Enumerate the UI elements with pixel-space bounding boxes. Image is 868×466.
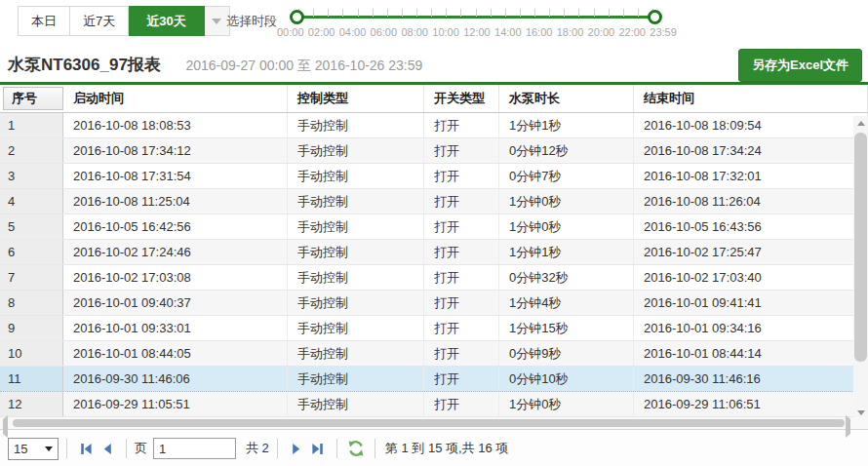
slider-tick-label: 02:00 [308, 26, 335, 38]
table-cell: 1分钟1秒 [499, 240, 634, 264]
table-cell: 手动控制 [288, 291, 424, 315]
table-row[interactable]: 72016-10-02 17:03:08手动控制打开0分钟32秒2016-10-… [0, 265, 868, 291]
table-row[interactable]: 62016-10-02 17:24:46手动控制打开1分钟1秒2016-10-0… [0, 240, 868, 265]
slider-tick-label: 23:59 [650, 26, 677, 38]
range-button-2[interactable]: 近30天 [129, 6, 204, 36]
table-cell: 打开 [424, 164, 499, 188]
slider-tick [342, 9, 343, 17]
column-header-5[interactable]: 结束时间 [634, 85, 868, 112]
scroll-left-icon[interactable] [3, 419, 8, 434]
table-cell: 2016-10-01 09:41:41 [634, 291, 868, 315]
slider-tick [564, 9, 565, 17]
table-cell: 2016-10-05 16:43:56 [634, 214, 868, 239]
page-number-input[interactable] [153, 438, 236, 459]
slider-tick-label: 16:00 [526, 26, 553, 38]
first-page-icon[interactable] [75, 438, 97, 459]
table-cell: 打开 [424, 189, 499, 214]
slider-tick-label: 08:00 [401, 26, 428, 38]
table-cell: 2016-09-30 11:46:06 [63, 367, 288, 391]
table-row[interactable]: 22016-10-08 17:34:12手动控制打开0分钟12秒2016-10-… [0, 138, 868, 164]
export-excel-button[interactable]: 另存为Excel文件 [738, 49, 862, 82]
slider-handle-end[interactable] [648, 10, 662, 24]
table-cell: 打开 [424, 240, 499, 264]
slider-tick-label: 18:00 [557, 26, 584, 38]
table-cell: 9 [0, 316, 63, 340]
table-row[interactable]: 92016-10-01 09:33:01手动控制打开1分钟15秒2016-10-… [0, 316, 868, 341]
table-cell: 2016-10-08 18:08:53 [63, 113, 288, 137]
report-header: 水泵NT6306_97报表 2016-09-27 00:00 至 2016-10… [0, 45, 868, 82]
table-row[interactable]: 12016-10-08 18:08:53手动控制打开1分钟1秒2016-10-0… [0, 113, 868, 138]
table-cell: 手动控制 [288, 113, 424, 137]
table-cell: 打开 [424, 113, 499, 137]
slider-handle-start[interactable] [290, 10, 304, 24]
table-cell: 12 [0, 392, 63, 416]
slider-tick-label: 20:00 [588, 26, 615, 38]
column-header-2[interactable]: 控制类型 [288, 85, 424, 112]
slider-tick-label: 06:00 [371, 26, 398, 38]
table-cell: 1分钟0秒 [499, 392, 634, 416]
table-cell: 3 [0, 164, 63, 188]
last-page-icon[interactable] [307, 438, 329, 459]
scroll-right-icon[interactable] [846, 419, 850, 434]
table-cell: 1分钟4秒 [499, 291, 634, 315]
table-cell: 手动控制 [288, 265, 424, 290]
vertical-scrollbar[interactable] [853, 116, 868, 420]
table-cell: 打开 [424, 392, 499, 416]
column-header-1[interactable]: 启动时间 [63, 85, 288, 112]
next-page-icon[interactable] [286, 438, 307, 459]
range-button-0[interactable]: 本日 [18, 6, 70, 36]
table-cell: 8 [0, 291, 63, 315]
table-row[interactable]: 82016-10-01 09:40:37手动控制打开1分钟4秒2016-10-0… [0, 291, 868, 316]
slider-tick [416, 9, 417, 17]
divider [126, 439, 127, 458]
table-row[interactable]: 42016-10-08 11:25:04手动控制打开1分钟0秒2016-10-0… [0, 189, 868, 214]
slider-tick [623, 9, 624, 17]
table-cell: 1分钟1秒 [499, 113, 634, 137]
refresh-icon[interactable] [345, 438, 367, 459]
horizontal-scrollbar-thumb[interactable] [13, 419, 845, 427]
slider-tick [431, 9, 432, 17]
table-cell: 打开 [424, 367, 499, 391]
table-cell: 1分钟0秒 [499, 189, 634, 214]
range-button-1[interactable]: 近7天 [70, 6, 129, 36]
slider-tick-label: 10:00 [432, 26, 459, 38]
table-row[interactable]: 122016-09-29 11:05:51手动控制打开1分钟0秒2016-09-… [0, 392, 868, 417]
table-cell: 2016-10-08 17:34:12 [63, 138, 288, 163]
slider-tick [460, 9, 461, 17]
vertical-scrollbar-thumb[interactable] [854, 133, 867, 362]
prev-page-icon[interactable] [97, 438, 118, 459]
table-row[interactable]: 32016-10-08 17:31:54手动控制打开0分钟7秒2016-10-0… [0, 164, 868, 189]
table-cell: 2016-10-01 08:44:05 [63, 341, 288, 366]
table-cell: 手动控制 [288, 316, 424, 340]
scroll-up-icon[interactable] [853, 116, 868, 131]
table-cell: 2016-09-29 11:05:51 [63, 392, 288, 416]
report-date-range: 2016-09-27 00:00 至 2016-10-26 23:59 [185, 58, 422, 73]
total-pages-label: 共 2 [246, 440, 269, 457]
slider-tick-labels: 00:0002:0004:0006:0008:0010:0012:0014:00… [277, 26, 677, 38]
table-cell: 打开 [424, 214, 499, 239]
slider-tick-label: 12:00 [463, 26, 491, 38]
time-range-slider: 00:0002:0004:0006:0008:0010:0012:0014:00… [290, 0, 662, 45]
table-cell: 2016-09-29 11:06:51 [634, 392, 868, 416]
page-size-select[interactable]: 15 [8, 438, 59, 460]
date-range-button-group: 本日近7天近30天 [18, 6, 230, 36]
slider-tick [387, 9, 388, 17]
slider-tick-label: 22:00 [618, 26, 646, 38]
table-cell: 2 [0, 138, 63, 163]
table-cell: 1分钟15秒 [499, 316, 634, 340]
table-cell: 2016-10-02 17:03:08 [63, 265, 288, 290]
slider-tick [549, 9, 550, 17]
horizontal-scrollbar[interactable] [0, 417, 868, 429]
slider-tick [328, 9, 329, 17]
slider-tick-label: 14:00 [494, 26, 522, 38]
table-row[interactable]: 52016-10-05 16:42:56手动控制打开1分钟0秒2016-10-0… [0, 214, 868, 240]
column-header-3[interactable]: 开关类型 [424, 85, 499, 112]
table-cell: 2016-10-08 17:31:54 [63, 164, 288, 188]
table-row[interactable]: 102016-10-01 08:44:05手动控制打开0分钟9秒2016-10-… [0, 341, 868, 367]
column-header-0[interactable]: 序号 [3, 87, 63, 110]
top-toolbar: 本日近7天近30天 选择时段 00:0002:0004:0006:0008:00… [0, 0, 868, 45]
table-cell: 5 [0, 214, 63, 239]
table-row[interactable]: 112016-09-30 11:46:06手动控制打开0分钟10秒2016-09… [0, 367, 868, 392]
column-header-4[interactable]: 水泵时长 [499, 85, 634, 112]
slider-tick [534, 9, 535, 17]
